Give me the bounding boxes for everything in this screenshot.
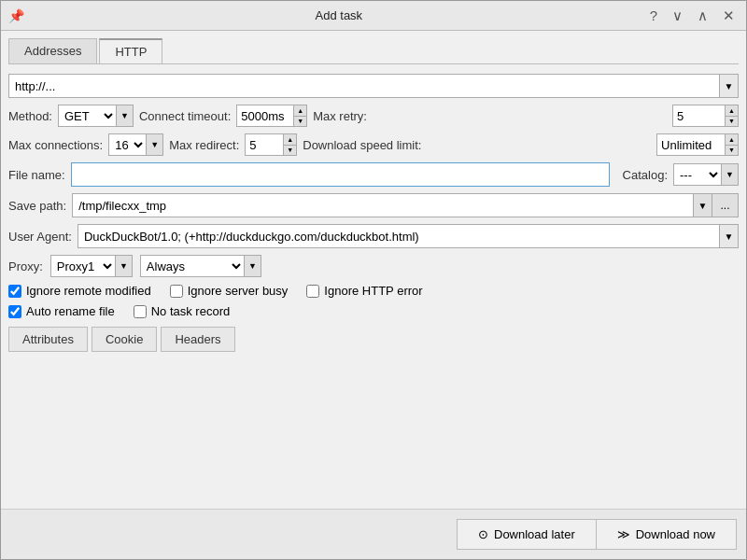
ignore-server-busy-item[interactable]: Ignore server busy (170, 284, 289, 298)
ignore-http-error-item[interactable]: Ignore HTTP error (306, 284, 422, 298)
max-connections-select-input[interactable]: 16 (109, 134, 146, 155)
clock-icon: ⊙ (478, 527, 488, 541)
proxy-select[interactable]: Proxy1 None System ▼ (50, 255, 133, 277)
save-path-container: ▼ ... (72, 193, 739, 217)
download-now-label: Download now (636, 527, 715, 541)
ignore-remote-modified-label: Ignore remote modified (26, 284, 151, 298)
proxy-mode-select-input[interactable]: Always When needed Never (141, 256, 244, 276)
cookie-button[interactable]: Cookie (92, 327, 157, 352)
file-name-input[interactable] (71, 162, 610, 187)
connect-timeout-label: Connect timeout: (139, 109, 231, 123)
title-bar: 📌 Add task ? ∨ ∧ ✕ (1, 1, 746, 31)
save-path-browse-btn[interactable]: ... (712, 193, 739, 217)
url-row: ▼ (8, 74, 739, 98)
maximize-button[interactable]: ∧ (694, 6, 712, 26)
attributes-button[interactable]: Attributes (8, 327, 88, 352)
max-redirect-spinners: ▲ ▼ (283, 134, 296, 155)
user-agent-input[interactable] (78, 224, 720, 248)
max-redirect-up[interactable]: ▲ (284, 134, 296, 146)
proxy-select-input[interactable]: Proxy1 None System (51, 256, 115, 276)
max-redirect-label: Max redirect: (169, 138, 239, 152)
no-task-record-checkbox[interactable] (134, 305, 147, 318)
ignore-remote-modified-checkbox[interactable] (8, 285, 21, 298)
pin-icon[interactable]: 📌 (8, 8, 24, 23)
connect-timeout-down[interactable]: ▼ (294, 117, 306, 127)
help-button[interactable]: ? (646, 6, 661, 25)
url-dropdown-button[interactable]: ▼ (720, 74, 739, 98)
user-agent-dropdown-btn[interactable]: ▼ (720, 224, 739, 248)
proxy-label: Proxy: (8, 259, 43, 273)
catalog-label: Catalog: (623, 168, 668, 182)
max-retry-input[interactable]: ▲ ▼ (672, 105, 739, 127)
method-select-input[interactable]: GET POST HEAD (59, 105, 116, 126)
headers-button[interactable]: Headers (161, 327, 234, 352)
ignore-server-busy-checkbox[interactable] (170, 285, 183, 298)
footer: ⊙ Download later ≫ Download now (1, 509, 746, 559)
tab-bar: Addresses HTTP (8, 38, 739, 64)
catalog-select-input[interactable]: --- (674, 164, 721, 185)
auto-rename-file-item[interactable]: Auto rename file (8, 304, 115, 318)
max-retry-down[interactable]: ▼ (726, 117, 738, 127)
window-title: Add task (32, 8, 646, 22)
close-button[interactable]: ✕ (719, 6, 739, 26)
download-icon: ≫ (617, 527, 630, 541)
connect-timeout-input[interactable]: ▲ ▼ (236, 105, 307, 127)
url-input[interactable] (8, 74, 720, 98)
download-later-button[interactable]: ⊙ Download later (457, 519, 596, 550)
user-agent-label: User Agent: (8, 230, 72, 244)
form-section: ▼ Method: GET POST HEAD ▼ Connect timeou… (8, 74, 739, 352)
max-redirect-down[interactable]: ▼ (284, 146, 296, 156)
download-speed-limit-label: Download speed limit: (303, 138, 421, 152)
download-speed-limit-down[interactable]: ▼ (726, 146, 738, 156)
max-retry-value[interactable] (673, 105, 725, 126)
max-redirect-input[interactable]: ▲ ▼ (245, 133, 297, 156)
ignore-http-error-label: Ignore HTTP error (324, 284, 422, 298)
method-select[interactable]: GET POST HEAD ▼ (58, 105, 134, 127)
download-speed-limit-spinners: ▲ ▼ (725, 134, 738, 155)
save-path-input[interactable] (72, 193, 694, 217)
connect-timeout-up[interactable]: ▲ (294, 105, 306, 117)
checkbox-row-1: Ignore remote modified Ignore server bus… (8, 284, 739, 298)
max-connections-label: Max connections: (8, 138, 103, 152)
max-connections-dropdown-btn[interactable]: ▼ (146, 134, 162, 155)
filename-row: File name: Catalog: --- ▼ (8, 162, 739, 187)
minimize-button[interactable]: ∨ (669, 6, 686, 26)
catalog-select[interactable]: --- ▼ (673, 163, 739, 186)
catalog-dropdown-btn[interactable]: ▼ (721, 164, 738, 185)
main-window: 📌 Add task ? ∨ ∧ ✕ Addresses HTTP ▼ Meth… (0, 0, 747, 560)
content-area: Addresses HTTP ▼ Method: GET POST HEAD ▼ (1, 31, 746, 509)
download-speed-limit-value[interactable] (657, 134, 725, 155)
proxy-row: Proxy: Proxy1 None System ▼ Always When … (8, 255, 739, 277)
download-speed-limit-input[interactable]: ▲ ▼ (656, 133, 739, 156)
download-now-button[interactable]: ≫ Download now (596, 519, 737, 550)
user-agent-container: ▼ (78, 224, 739, 248)
max-connections-select[interactable]: 16 ▼ (108, 133, 163, 156)
connections-row: Max connections: 16 ▼ Max redirect: ▲ ▼ … (8, 133, 739, 156)
method-row: Method: GET POST HEAD ▼ Connect timeout:… (8, 105, 739, 127)
max-retry-spinners: ▲ ▼ (725, 105, 738, 126)
auto-rename-file-checkbox[interactable] (8, 305, 21, 318)
tool-buttons-row: Attributes Cookie Headers (8, 327, 739, 352)
download-later-label: Download later (494, 527, 575, 541)
max-retry-up[interactable]: ▲ (726, 105, 738, 117)
tab-http[interactable]: HTTP (99, 38, 162, 63)
download-speed-limit-up[interactable]: ▲ (726, 134, 738, 146)
checkbox-row-2: Auto rename file No task record (8, 304, 739, 318)
tab-addresses[interactable]: Addresses (8, 38, 97, 63)
proxy-mode-select[interactable]: Always When needed Never ▼ (140, 255, 261, 277)
connect-timeout-value[interactable] (237, 105, 293, 126)
no-task-record-item[interactable]: No task record (134, 304, 231, 318)
ignore-http-error-checkbox[interactable] (306, 285, 319, 298)
save-path-label: Save path: (8, 199, 66, 213)
method-dropdown-btn[interactable]: ▼ (116, 105, 133, 126)
max-redirect-value[interactable] (246, 134, 283, 155)
ignore-remote-modified-item[interactable]: Ignore remote modified (8, 284, 151, 298)
ignore-server-busy-label: Ignore server busy (188, 284, 289, 298)
proxy-dropdown-btn[interactable]: ▼ (115, 256, 132, 276)
save-path-dropdown-btn[interactable]: ▼ (694, 193, 712, 217)
max-retry-label: Max retry: (313, 109, 367, 123)
title-bar-controls: ? ∨ ∧ ✕ (646, 6, 739, 26)
save-path-row: Save path: ▼ ... (8, 193, 739, 217)
proxy-mode-dropdown-btn[interactable]: ▼ (244, 256, 261, 276)
method-label: Method: (8, 109, 52, 123)
